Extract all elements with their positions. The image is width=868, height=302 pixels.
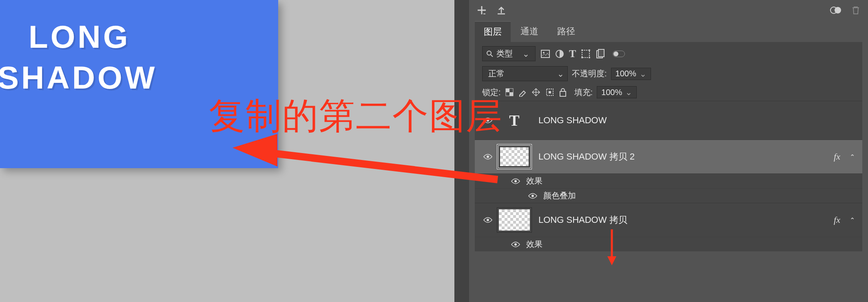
fill-label: 填充: <box>574 87 593 98</box>
layers-panel: 图层 通道 路径 类型 ⌄ T 正常⌄ 不透明度: 100%⌄ <box>454 0 868 302</box>
svg-rect-9 <box>541 50 549 58</box>
effects-header-row[interactable]: 效果 <box>475 173 862 188</box>
visibility-toggle[interactable] <box>511 241 520 248</box>
lock-position-icon[interactable] <box>531 87 541 97</box>
filter-shape-icon[interactable] <box>581 49 591 59</box>
mask-icon[interactable] <box>830 5 842 15</box>
filter-pixel-icon[interactable] <box>540 49 550 58</box>
svg-point-28 <box>531 195 534 197</box>
svg-point-13 <box>581 49 583 51</box>
layer-name[interactable]: LONG SHADOW 拷贝 2 <box>538 151 635 163</box>
visibility-toggle[interactable] <box>528 193 538 199</box>
layer-list: T LONG SHADOW LONG SHADOW 拷贝 2 fx ⌃ 效果 颜… <box>475 101 862 251</box>
opacity-input[interactable]: 100%⌄ <box>611 68 651 80</box>
filter-smart-icon[interactable] <box>596 49 604 59</box>
visibility-toggle[interactable] <box>480 217 495 223</box>
layer-row[interactable]: T LONG SHADOW <box>475 101 862 140</box>
svg-rect-23 <box>549 91 551 93</box>
effect-item-row[interactable]: 颜色叠加 <box>475 188 862 203</box>
effects-label: 效果 <box>526 239 542 250</box>
blend-mode-row: 正常⌄ 不透明度: 100%⌄ <box>475 64 862 84</box>
svg-point-7 <box>487 51 491 55</box>
collapse-icon[interactable]: ⌃ <box>850 153 855 161</box>
svg-rect-24 <box>560 91 566 96</box>
tab-channels[interactable]: 通道 <box>512 21 547 42</box>
svg-rect-12 <box>582 50 589 58</box>
lock-row: 锁定: 填充: 100%⌄ <box>475 84 862 101</box>
trash-icon[interactable] <box>851 5 861 15</box>
lock-transparency-icon[interactable] <box>505 88 514 97</box>
filter-adjust-icon[interactable] <box>555 49 564 58</box>
upload-icon[interactable] <box>496 5 507 16</box>
add-icon[interactable] <box>476 5 487 16</box>
svg-point-14 <box>589 49 590 51</box>
filter-toggle[interactable] <box>613 51 625 57</box>
layer-name[interactable]: LONG SHADOW 拷贝 <box>538 214 627 226</box>
collapse-icon[interactable]: ⌃ <box>850 216 855 224</box>
svg-point-27 <box>514 180 517 182</box>
effects-header-row[interactable]: 效果 <box>475 237 862 251</box>
fill-input[interactable]: 100%⌄ <box>597 86 637 98</box>
effects-label: 效果 <box>526 175 542 187</box>
panel-tabs: 图层 通道 路径 <box>469 21 868 42</box>
artwork-text-1: LONG <box>29 18 130 56</box>
svg-rect-18 <box>598 49 604 57</box>
effect-color-overlay: 颜色叠加 <box>543 190 576 201</box>
layer-filter-row: 类型 ⌄ T <box>475 42 862 64</box>
artwork-text-2: SHADOW <box>0 59 157 96</box>
svg-line-1 <box>253 151 498 180</box>
tab-layers[interactable]: 图层 <box>475 21 511 42</box>
svg-marker-4 <box>607 256 616 265</box>
fx-badge[interactable]: fx <box>834 151 840 162</box>
layer-row[interactable]: LONG SHADOW 拷贝 2 fx ⌃ <box>475 140 862 173</box>
filter-text-icon[interactable]: T <box>569 48 576 60</box>
svg-point-6 <box>835 7 841 13</box>
svg-point-30 <box>514 243 517 246</box>
fx-badge[interactable]: fx <box>834 215 840 225</box>
opacity-label: 不透明度: <box>572 68 607 79</box>
svg-rect-20 <box>506 89 509 92</box>
lock-paint-icon[interactable] <box>518 88 527 97</box>
filter-type-select[interactable]: 类型 ⌄ <box>482 46 536 61</box>
annotation-down-arrow <box>606 229 618 266</box>
panel-toolbar <box>469 0 868 19</box>
svg-line-8 <box>491 55 493 57</box>
svg-point-29 <box>487 219 489 221</box>
blend-mode-select[interactable]: 正常⌄ <box>482 66 568 81</box>
svg-point-10 <box>543 52 545 53</box>
annotation-text: 复制的第二个图层 <box>209 92 503 140</box>
svg-point-16 <box>589 57 590 58</box>
tab-paths[interactable]: 路径 <box>548 21 584 42</box>
layer-name[interactable]: LONG SHADOW <box>538 115 607 126</box>
svg-point-15 <box>581 57 583 58</box>
svg-rect-21 <box>509 92 513 96</box>
lock-artboard-icon[interactable] <box>545 87 555 97</box>
layer-thumbnail <box>497 207 532 233</box>
lock-all-icon[interactable] <box>559 87 567 97</box>
layer-row[interactable]: LONG SHADOW 拷贝 fx ⌃ <box>475 203 862 237</box>
